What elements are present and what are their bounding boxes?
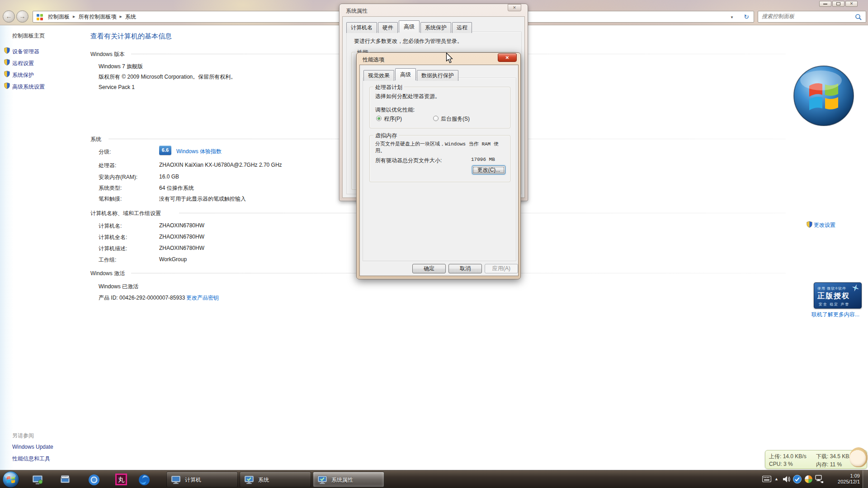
wei-link[interactable]: Windows 体验指数	[176, 148, 222, 155]
maximize-button[interactable]	[832, 1, 844, 7]
tab-remote[interactable]: 远程	[452, 22, 472, 33]
network-monitor-widget[interactable]: 上传: 14.0 KB/s 下载: 34.5 KB/s CPU: 3 % 内存:…	[765, 450, 867, 469]
taskbar-button-label: 系统	[258, 476, 269, 484]
start-button[interactable]	[2, 471, 19, 488]
vm-desc-line1: 分页文件是硬盘上的一块区域，Windows 当作 RAM 使	[375, 141, 499, 147]
tab-system-protection[interactable]: 系统保护	[420, 22, 451, 33]
processor-group-label: 处理器计划	[373, 84, 404, 91]
breadcrumb-item-all-items[interactable]: 所有控制面板项	[75, 13, 119, 21]
address-dropdown-icon[interactable]: ▼	[730, 15, 734, 19]
workgroup-label: 工作组:	[99, 256, 116, 264]
radio-programs-label[interactable]: 程序(P)	[384, 115, 402, 123]
onscreen-keyboard-icon[interactable]	[59, 474, 71, 487]
sidebar-item-home[interactable]: 控制面板主页	[12, 32, 45, 40]
vm-change-button-label: 更改(C)...	[477, 167, 500, 173]
breadcrumb-item-system[interactable]: 系统	[122, 13, 139, 21]
sidebar-item-remote-settings[interactable]: 远程设置	[12, 60, 34, 67]
sidebar: 控制面板主页 设备管理器 远程设置 系统保护 高级系统设置 另请参阅 Windo…	[0, 25, 80, 470]
radio-background-services[interactable]	[433, 116, 439, 121]
desc-value: ZHAOXIN6780HW	[159, 245, 204, 251]
ram-value: 16.0 GB	[159, 174, 179, 180]
uac-shield-icon	[4, 82, 10, 90]
avatar	[849, 447, 868, 467]
taskbar-button-computer[interactable]: 计算机	[166, 472, 238, 487]
sidebar-item-performance-tools[interactable]: 性能信息和工具	[12, 455, 50, 463]
apply-button-label: 应用(A)	[492, 265, 510, 272]
dialog-title: 性能选项	[363, 56, 384, 64]
cancel-button[interactable]: 取消	[448, 264, 482, 273]
show-desktop-button[interactable]	[863, 470, 868, 488]
tab-hardware[interactable]: 硬件	[378, 22, 398, 33]
orange-tray-app-icon[interactable]	[804, 475, 813, 485]
radio-programs[interactable]	[376, 116, 382, 121]
minimize-button[interactable]	[819, 1, 831, 7]
change-settings-link[interactable]: 更改设置	[814, 221, 835, 229]
tab-strip: 计算机名硬件高级系统保护远程	[346, 20, 473, 33]
touch-keyboard-icon[interactable]	[762, 476, 771, 483]
taskbar-button-system[interactable]: 系统	[240, 472, 311, 487]
dialog-title: 系统属性	[346, 7, 368, 15]
performance-options-dialog: 性能选项 ✕ 视觉效果高级数据执行保护 处理器计划 选择如何分配处理器资源。 调…	[356, 52, 521, 279]
back-button[interactable]: ←	[3, 10, 15, 23]
compname-label: 计算机名:	[99, 222, 122, 230]
vm-change-button[interactable]: 更改(C)...	[472, 165, 505, 174]
sidebar-item-device-manager[interactable]: 设备管理器	[12, 48, 39, 56]
blue-tray-app-icon[interactable]	[793, 475, 802, 485]
tab-advanced[interactable]: 高级	[395, 68, 416, 80]
compname-value: ZHAOXIN6780HW	[159, 222, 204, 229]
virtual-memory-group-label: 虚拟内存	[373, 132, 399, 140]
processor-value: ZHAOXIN KaiXian KX-U6780A@2.7GHz 2.70 GH…	[159, 162, 282, 168]
breadcrumb-item-control-panel[interactable]: 控制面板	[45, 13, 73, 21]
pink-app-glyph: 丸	[118, 476, 124, 483]
computer-icon	[170, 474, 181, 487]
show-hidden-icons-chevron[interactable]: ▲	[774, 477, 778, 481]
radio-background-services-label[interactable]: 后台服务(S)	[441, 115, 470, 123]
refresh-icon[interactable]: ↻	[744, 13, 749, 20]
close-icon: ✕	[850, 1, 854, 6]
volume-icon[interactable]	[783, 475, 791, 484]
uac-shield-icon	[807, 221, 812, 229]
genuine-learn-more-link[interactable]: 联机了解更多内容...	[811, 311, 859, 319]
activation-status: Windows 已激活	[99, 283, 138, 291]
system-properties-icon	[317, 474, 328, 487]
close-button[interactable]: ✕	[508, 4, 521, 11]
tab-visual-effects[interactable]: 视觉效果	[363, 70, 394, 81]
vm-desc-line2: 用。	[375, 147, 385, 154]
chromium-browser-icon[interactable]	[88, 474, 100, 487]
vm-total-value: 17096 MB	[471, 157, 495, 162]
control-panel-icon	[36, 14, 43, 21]
close-button[interactable]: ✕	[498, 53, 517, 62]
upload-speed: 上传: 14.0 KB/s	[769, 453, 807, 460]
sidebar-item-advanced-settings[interactable]: 高级系统设置	[12, 83, 45, 91]
network-icon[interactable]	[815, 475, 824, 485]
edition-name: Windows 7 旗舰版	[99, 63, 143, 70]
see-also-header: 另请参阅	[12, 432, 34, 440]
search-input[interactable]	[762, 13, 852, 19]
forward-button[interactable]: →	[16, 10, 28, 23]
taskbar: 丸 计算机 系统 系统属性 ▲ 1:09 2025/12/	[0, 470, 868, 488]
activation-header: Windows 激活	[90, 270, 125, 277]
ok-button[interactable]: 确定	[412, 264, 446, 273]
maximize-icon	[836, 2, 840, 5]
remote-desktop-icon[interactable]	[32, 474, 43, 487]
rating-label: 分级:	[99, 148, 111, 156]
sidebar-item-system-protection[interactable]: 系统保护	[12, 71, 34, 79]
change-product-key-link[interactable]: 更改产品密钥	[186, 294, 219, 302]
tab-computer-name[interactable]: 计算机名	[346, 22, 377, 33]
clock[interactable]: 1:09 2025/12/1	[829, 473, 860, 485]
tab-advanced[interactable]: 高级	[399, 20, 420, 33]
taskbar-button-system-properties[interactable]: 系统属性	[313, 472, 384, 487]
sidebar-item-windows-update[interactable]: Windows Update	[12, 444, 53, 450]
cancel-button-label: 取消	[460, 265, 471, 272]
close-button[interactable]: ✕	[845, 1, 858, 7]
search-box[interactable]	[758, 11, 866, 23]
blue-swirl-app-icon[interactable]	[138, 474, 150, 487]
pentouch-value: 没有可用于此显示器的笔或触控输入	[159, 195, 246, 203]
processor-label: 处理器:	[99, 162, 116, 169]
genuine-line1: 使用 微软®软件	[817, 286, 846, 291]
genuine-star-icon	[850, 283, 860, 295]
pink-app-icon[interactable]: 丸	[115, 474, 127, 485]
tab-pane: 处理器计划 选择如何分配处理器资源。 调整以优化性能: 程序(P) 后台服务(S…	[363, 78, 516, 261]
apply-button: 应用(A)	[485, 264, 518, 273]
tab-dep[interactable]: 数据执行保护	[417, 70, 458, 81]
